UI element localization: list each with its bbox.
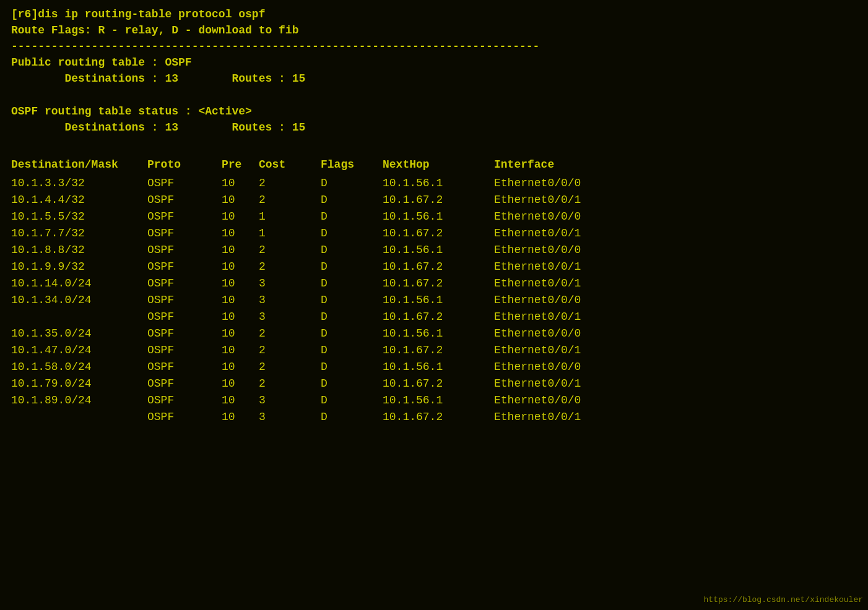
cell-flags: D xyxy=(321,292,383,309)
cell-pre: 10 xyxy=(222,309,259,325)
cell-nexthop: 10.1.56.1 xyxy=(383,292,494,309)
cell-nexthop: 10.1.56.1 xyxy=(383,392,494,409)
cell-dest: 10.1.89.0/24 xyxy=(11,392,147,409)
cell-iface: Ethernet0/0/0 xyxy=(494,292,630,309)
cell-dest: 10.1.34.0/24 xyxy=(11,292,147,309)
cell-flags: D xyxy=(321,275,383,292)
cell-flags: D xyxy=(321,392,383,409)
cell-proto: OSPF xyxy=(147,359,222,376)
cell-iface: Ethernet0/0/0 xyxy=(494,175,630,192)
cell-nexthop: 10.1.67.2 xyxy=(383,342,494,359)
cell-dest xyxy=(11,309,147,325)
table-row: 10.1.8.8/32OSPF102D10.1.56.1Ethernet0/0/… xyxy=(11,242,857,259)
cell-flags: D xyxy=(321,242,383,259)
cell-flags: D xyxy=(321,409,383,426)
cell-iface: Ethernet0/0/1 xyxy=(494,342,630,359)
routing-table: Destination/Mask Proto Pre Cost Flags Ne… xyxy=(11,157,857,426)
cell-proto: OSPF xyxy=(147,175,222,192)
route-rows-container: 10.1.3.3/32OSPF102D10.1.56.1Ethernet0/0/… xyxy=(11,175,857,426)
blank-line-1 xyxy=(11,87,857,103)
table-row: OSPF103D10.1.67.2Ethernet0/0/1 xyxy=(11,309,857,325)
cell-cost: 2 xyxy=(259,175,321,192)
cell-cost: 3 xyxy=(259,292,321,309)
cell-cost: 2 xyxy=(259,325,321,342)
cell-cost: 2 xyxy=(259,242,321,259)
header-nexthop: NextHop xyxy=(383,157,494,173)
separator-line: ----------------------------------------… xyxy=(11,38,857,54)
cell-pre: 10 xyxy=(222,225,259,242)
cell-pre: 10 xyxy=(222,342,259,359)
cell-cost: 3 xyxy=(259,275,321,292)
cell-dest: 10.1.58.0/24 xyxy=(11,359,147,376)
cell-dest: 10.1.9.9/32 xyxy=(11,259,147,275)
cell-nexthop: 10.1.67.2 xyxy=(383,192,494,208)
table-row: 10.1.47.0/24OSPF102D10.1.67.2Ethernet0/0… xyxy=(11,342,857,359)
cell-iface: Ethernet0/0/0 xyxy=(494,208,630,225)
header-proto: Proto xyxy=(147,157,222,173)
cell-proto: OSPF xyxy=(147,342,222,359)
cell-cost: 3 xyxy=(259,309,321,325)
cell-dest xyxy=(11,409,147,426)
cell-nexthop: 10.1.67.2 xyxy=(383,376,494,392)
ospf-status-label: OSPF routing table status : <Active> xyxy=(11,103,857,119)
cell-cost: 2 xyxy=(259,259,321,275)
cell-proto: OSPF xyxy=(147,259,222,275)
cell-pre: 10 xyxy=(222,292,259,309)
cell-nexthop: 10.1.67.2 xyxy=(383,225,494,242)
header-cost: Cost xyxy=(259,157,321,173)
cell-proto: OSPF xyxy=(147,192,222,208)
cell-dest: 10.1.8.8/32 xyxy=(11,242,147,259)
table-row: 10.1.89.0/24OSPF103D10.1.56.1Ethernet0/0… xyxy=(11,392,857,409)
cell-iface: Ethernet0/0/0 xyxy=(494,359,630,376)
cell-proto: OSPF xyxy=(147,225,222,242)
cell-proto: OSPF xyxy=(147,292,222,309)
cell-cost: 1 xyxy=(259,208,321,225)
cell-nexthop: 10.1.56.1 xyxy=(383,359,494,376)
cell-iface: Ethernet0/0/1 xyxy=(494,309,630,325)
public-destinations: Destinations : 13 Routes : 15 xyxy=(11,71,857,87)
header-dest: Destination/Mask xyxy=(11,157,147,173)
header-pre: Pre xyxy=(222,157,259,173)
cell-nexthop: 10.1.67.2 xyxy=(383,309,494,325)
cell-cost: 1 xyxy=(259,225,321,242)
cell-pre: 10 xyxy=(222,192,259,208)
table-row: OSPF103D10.1.67.2Ethernet0/0/1 xyxy=(11,409,857,426)
cell-dest: 10.1.35.0/24 xyxy=(11,325,147,342)
ospf-destinations: Destinations : 13 Routes : 15 xyxy=(11,119,857,135)
cell-flags: D xyxy=(321,376,383,392)
cell-pre: 10 xyxy=(222,392,259,409)
cell-proto: OSPF xyxy=(147,392,222,409)
cell-flags: D xyxy=(321,192,383,208)
cell-iface: Ethernet0/0/1 xyxy=(494,259,630,275)
public-table-label: Public routing table : OSPF xyxy=(11,54,857,71)
table-row: 10.1.3.3/32OSPF102D10.1.56.1Ethernet0/0/… xyxy=(11,175,857,192)
cell-flags: D xyxy=(321,325,383,342)
cell-flags: D xyxy=(321,225,383,242)
cell-nexthop: 10.1.56.1 xyxy=(383,208,494,225)
command-line: [r6]dis ip routing-table protocol ospf xyxy=(11,6,857,22)
cell-pre: 10 xyxy=(222,175,259,192)
cell-iface: Ethernet0/0/1 xyxy=(494,275,630,292)
table-row: 10.1.7.7/32OSPF101D10.1.67.2Ethernet0/0/… xyxy=(11,225,857,242)
table-row: 10.1.9.9/32OSPF102D10.1.67.2Ethernet0/0/… xyxy=(11,259,857,275)
cell-flags: D xyxy=(321,208,383,225)
cell-pre: 10 xyxy=(222,275,259,292)
cell-iface: Ethernet0/0/1 xyxy=(494,225,630,242)
table-row: 10.1.34.0/24OSPF103D10.1.56.1Ethernet0/0… xyxy=(11,292,857,309)
cell-proto: OSPF xyxy=(147,325,222,342)
cell-pre: 10 xyxy=(222,208,259,225)
cell-iface: Ethernet0/0/1 xyxy=(494,409,630,426)
table-row: 10.1.35.0/24OSPF102D10.1.56.1Ethernet0/0… xyxy=(11,325,857,342)
route-flags-line: Route Flags: R - relay, D - download to … xyxy=(11,22,857,38)
cell-pre: 10 xyxy=(222,409,259,426)
cell-nexthop: 10.1.56.1 xyxy=(383,242,494,259)
table-row: 10.1.79.0/24OSPF102D10.1.67.2Ethernet0/0… xyxy=(11,376,857,392)
cell-cost: 3 xyxy=(259,392,321,409)
cell-pre: 10 xyxy=(222,259,259,275)
cell-dest: 10.1.4.4/32 xyxy=(11,192,147,208)
cell-proto: OSPF xyxy=(147,208,222,225)
cell-dest: 10.1.7.7/32 xyxy=(11,225,147,242)
cell-dest: 10.1.14.0/24 xyxy=(11,275,147,292)
terminal: [r6]dis ip routing-table protocol ospf R… xyxy=(11,6,857,426)
cell-iface: Ethernet0/0/1 xyxy=(494,376,630,392)
